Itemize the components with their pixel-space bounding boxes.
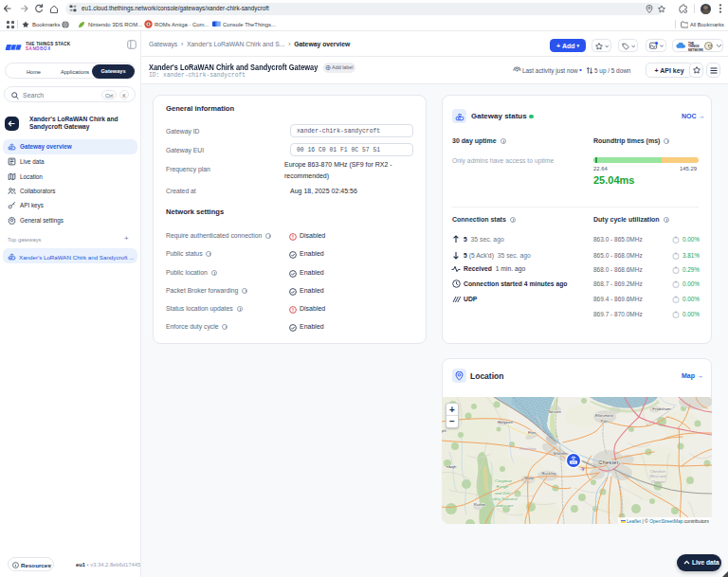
svg-text:Mold: Mold <box>524 476 534 480</box>
svg-text:Frodsham: Frodsham <box>652 406 671 411</box>
svg-text:Shotton: Shotton <box>554 451 568 456</box>
svg-text:Buckley: Buckley <box>541 471 556 476</box>
svg-text:Ruthin: Ruthin <box>474 502 486 507</box>
svg-text:Chester: Chester <box>598 460 619 465</box>
svg-text:and Dee: and Dee <box>495 491 511 496</box>
svg-text:Valley National: Valley National <box>489 496 518 501</box>
svg-text:Flint: Flint <box>528 430 537 435</box>
svg-text:Cheshire: Cheshire <box>650 469 666 474</box>
svg-text:Holywell: Holywell <box>498 420 513 424</box>
svg-text:nbigh: nbigh <box>446 464 457 469</box>
svg-text:Ellesmere: Ellesmere <box>595 413 614 418</box>
svg-text:Range: Range <box>497 484 509 489</box>
svg-text:ph: ph <box>442 428 446 433</box>
svg-text:Neston: Neston <box>548 409 561 414</box>
svg-text:West and: West and <box>650 474 667 478</box>
svg-text:Landscape: Landscape <box>493 503 514 508</box>
svg-text:Port: Port <box>601 419 610 424</box>
svg-text:Chester: Chester <box>651 479 665 484</box>
svg-text:Clwydian: Clwydian <box>495 478 512 483</box>
svg-text:Flintshire: Flintshire <box>519 446 537 451</box>
